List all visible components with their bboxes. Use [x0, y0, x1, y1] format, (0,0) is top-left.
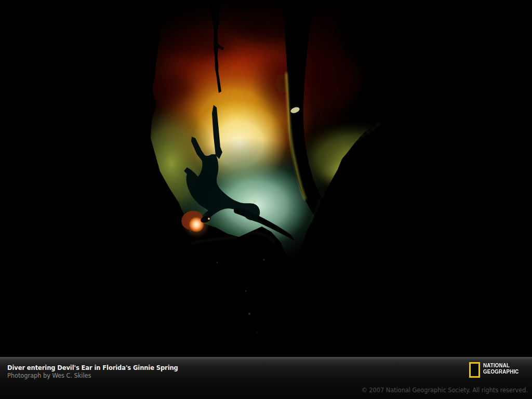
national-geographic-wordmark: NATIONAL GEOGRAPHIC — [483, 363, 522, 375]
vignette — [139, 0, 392, 356]
caption-bar: Diver entering Devil's Ear in Florida's … — [0, 356, 532, 399]
national-geographic-frame-icon — [469, 362, 480, 378]
photo — [139, 0, 392, 356]
ng-wordmark-line2: GEOGRAPHIC — [483, 369, 519, 375]
national-geographic-logo[interactable]: NATIONAL GEOGRAPHIC — [469, 362, 522, 378]
wallpaper-page: { "window": { "width": 1024, "height": 7… — [0, 0, 532, 399]
photo-credit: Photograph by Wes C. Skiles — [7, 372, 91, 379]
photo-illustration — [139, 0, 392, 356]
photo-title: Diver entering Devil's Ear in Florida's … — [7, 364, 178, 371]
copyright-text: © 2007 National Geographic Society. All … — [361, 387, 528, 394]
